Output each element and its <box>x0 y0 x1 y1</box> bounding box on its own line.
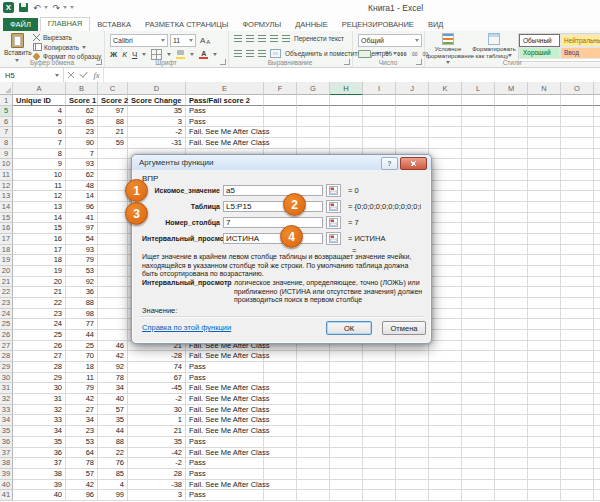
column-header-P[interactable]: P <box>594 82 600 95</box>
cell-L26[interactable] <box>462 330 495 341</box>
cell-B36[interactable]: 53 <box>66 437 98 448</box>
cell-P30[interactable] <box>594 373 600 384</box>
row-header-15[interactable]: 15 <box>0 213 13 224</box>
cell-F5[interactable] <box>264 106 297 117</box>
cell-C40[interactable]: 4 <box>98 480 128 491</box>
cell-D36[interactable]: 35 <box>128 437 186 448</box>
cell-N20[interactable] <box>528 266 561 277</box>
cell-L16[interactable] <box>462 223 495 234</box>
cell-C5[interactable]: 97 <box>98 106 128 117</box>
cell-B7[interactable]: 23 <box>66 127 98 138</box>
cell-L18[interactable] <box>462 245 495 256</box>
cell-J39[interactable] <box>396 469 429 480</box>
name-box-caret[interactable] <box>51 68 64 82</box>
align-middle-icon[interactable] <box>246 35 254 42</box>
column-header-A[interactable]: A <box>13 82 66 95</box>
cell-B15[interactable]: 41 <box>66 213 98 224</box>
cell-B34[interactable]: 34 <box>66 415 98 426</box>
cell-P36[interactable] <box>594 437 600 448</box>
cell-L33[interactable] <box>462 405 495 416</box>
cell-B10[interactable]: 93 <box>66 159 98 170</box>
cell-C35[interactable]: 44 <box>98 426 128 437</box>
copy-button[interactable]: Копировать <box>33 43 101 51</box>
row-header-38[interactable]: 38 <box>0 458 13 469</box>
cell-M11[interactable] <box>495 170 528 181</box>
cell-B26[interactable]: 44 <box>66 330 98 341</box>
cell-J35[interactable] <box>396 426 429 437</box>
cell-C24[interactable] <box>98 309 128 320</box>
cell-C9[interactable] <box>98 149 128 160</box>
row-header-36[interactable]: 36 <box>0 437 13 448</box>
cell-N6[interactable] <box>528 117 561 128</box>
cell-M10[interactable] <box>495 159 528 170</box>
cell-O38[interactable] <box>561 458 594 469</box>
cell-P32[interactable] <box>594 394 600 405</box>
cell-G6[interactable] <box>297 117 330 128</box>
cell-H41[interactable] <box>330 490 363 501</box>
cell-A15[interactable]: 14 <box>13 213 66 224</box>
cell-K25[interactable] <box>429 319 462 330</box>
cell-E28[interactable]: Fail. See Me After Class <box>186 351 264 362</box>
table-array-input[interactable] <box>223 201 323 212</box>
cell-E29[interactable]: Pass <box>186 362 264 373</box>
dialog-close-button[interactable] <box>400 157 427 170</box>
cell-H28[interactable] <box>330 351 363 362</box>
cell-F30[interactable] <box>264 373 297 384</box>
cell-P23[interactable] <box>594 298 600 309</box>
cell-C22[interactable] <box>98 287 128 298</box>
cell-M24[interactable] <box>495 309 528 320</box>
cell-A36[interactable]: 35 <box>13 437 66 448</box>
cell-O28[interactable] <box>561 351 594 362</box>
cell-I38[interactable] <box>363 458 396 469</box>
cell-P17[interactable] <box>594 234 600 245</box>
cell-I5[interactable] <box>363 106 396 117</box>
cell-C32[interactable]: 40 <box>98 394 128 405</box>
cell-B18[interactable]: 93 <box>66 245 98 256</box>
cell-M9[interactable] <box>495 149 528 160</box>
cell-K40[interactable] <box>429 480 462 491</box>
cell-E6[interactable]: Pass <box>186 117 264 128</box>
cell-C17[interactable] <box>98 234 128 245</box>
cell-I1[interactable] <box>363 95 396 106</box>
qat-customize-button[interactable] <box>70 6 74 9</box>
cell-D32[interactable]: -2 <box>128 394 186 405</box>
cell-M6[interactable] <box>495 117 528 128</box>
cell-B23[interactable]: 88 <box>66 298 98 309</box>
cell-M22[interactable] <box>495 287 528 298</box>
cell-P7[interactable] <box>594 127 600 138</box>
cell-O26[interactable] <box>561 330 594 341</box>
column-header-N[interactable]: N <box>528 82 561 95</box>
align-top-icon[interactable] <box>234 35 242 42</box>
cell-B13[interactable]: 14 <box>66 191 98 202</box>
cell-K26[interactable] <box>429 330 462 341</box>
cell-L5[interactable] <box>462 106 495 117</box>
cell-K41[interactable] <box>429 490 462 501</box>
cell-O1[interactable] <box>561 95 594 106</box>
cell-G31[interactable] <box>297 383 330 394</box>
cell-N12[interactable] <box>528 181 561 192</box>
cell-G7[interactable] <box>297 127 330 138</box>
formula-input[interactable] <box>103 68 600 82</box>
tab-home[interactable]: ГЛАВНАЯ <box>40 17 90 31</box>
row-header-21[interactable]: 21 <box>0 277 13 288</box>
cell-D5[interactable]: 35 <box>128 106 186 117</box>
cell-L40[interactable] <box>462 480 495 491</box>
cell-M36[interactable] <box>495 437 528 448</box>
cell-I6[interactable] <box>363 117 396 128</box>
cell-E30[interactable]: Pass <box>186 373 264 384</box>
row-header-23[interactable]: 23 <box>0 298 13 309</box>
cell-B20[interactable]: 53 <box>66 266 98 277</box>
cell-G37[interactable] <box>297 448 330 459</box>
cell-O27[interactable] <box>561 341 594 352</box>
cell-A25[interactable]: 24 <box>13 319 66 330</box>
cell-H5[interactable] <box>330 106 363 117</box>
cell-P12[interactable] <box>594 181 600 192</box>
cell-G35[interactable] <box>297 426 330 437</box>
cell-B27[interactable]: 25 <box>66 341 98 352</box>
cell-N32[interactable] <box>528 394 561 405</box>
currency-format-button[interactable] <box>358 50 371 58</box>
cell-K6[interactable] <box>429 117 462 128</box>
cell-A20[interactable]: 19 <box>13 266 66 277</box>
cell-C12[interactable] <box>98 181 128 192</box>
align-center-icon[interactable] <box>246 50 254 57</box>
